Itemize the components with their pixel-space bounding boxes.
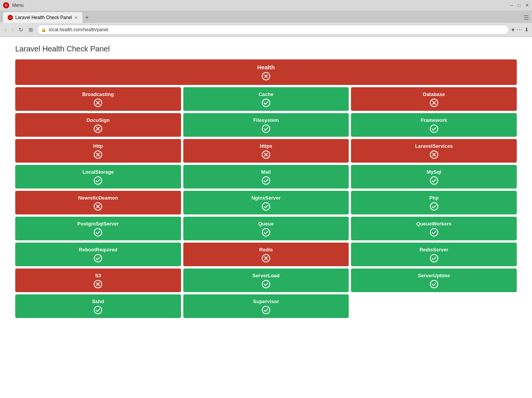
nav-bar: ‹ › ↻ ⊞ 🔒 local.health.com/health/panel … xyxy=(0,23,532,37)
svg-point-46 xyxy=(262,306,270,314)
service-status-icon-localstorage xyxy=(94,176,102,185)
svg-point-45 xyxy=(94,306,102,314)
service-card-serveruptime[interactable]: ServerUptime xyxy=(351,269,517,292)
service-card-queueworkers[interactable]: QueueWorkers xyxy=(351,217,517,240)
service-status-icon-filesystem xyxy=(262,125,270,133)
service-card-redis[interactable]: Redis xyxy=(183,243,349,266)
service-status-icon-sshd xyxy=(94,306,102,314)
service-name-nginxserver: NginxServer xyxy=(252,195,281,201)
services-grid: BroadcastingCacheDatabaseDocuSignFilesys… xyxy=(15,87,517,318)
service-name-queue: Queue xyxy=(258,221,274,227)
service-name-cache: Cache xyxy=(258,91,273,97)
svg-point-35 xyxy=(94,254,102,262)
service-status-icon-serveruptime xyxy=(430,280,438,288)
minimize-button[interactable]: ─ xyxy=(510,3,513,8)
service-card-http[interactable]: Http xyxy=(15,139,181,163)
maximize-button[interactable]: □ xyxy=(518,3,521,8)
service-card-mysql[interactable]: MySql xyxy=(351,165,517,189)
service-name-sshd: Sshd xyxy=(92,299,104,304)
health-header-label: Health xyxy=(257,64,275,70)
service-name-mail: Mail xyxy=(261,169,271,175)
download-icon[interactable]: ⬇ xyxy=(524,27,529,33)
service-card-broadcasting[interactable]: Broadcasting xyxy=(15,87,181,111)
service-card-redisserver[interactable]: RedisServer xyxy=(351,243,517,266)
service-name-s3: S3 xyxy=(95,273,101,278)
service-card-framework[interactable]: Framework xyxy=(351,113,517,137)
tab-options-icon[interactable]: ☰ xyxy=(524,14,529,21)
service-status-icon-https xyxy=(262,150,270,159)
service-status-icon-laravelservices xyxy=(430,150,438,159)
address-text: local.health.com/health/panel xyxy=(49,27,505,32)
back-button[interactable]: ‹ xyxy=(3,26,8,34)
service-card-s3[interactable]: S3 xyxy=(15,269,181,292)
service-name-serverload: ServerLoad xyxy=(252,273,280,278)
service-status-icon-php xyxy=(430,202,438,211)
service-name-postgresqlserver: PostgreSqlServer xyxy=(77,221,119,227)
service-card-database[interactable]: Database xyxy=(351,87,517,111)
service-card-laravelservices[interactable]: LaravelServices xyxy=(351,139,517,163)
service-card-cache[interactable]: Cache xyxy=(183,87,349,111)
service-status-icon-newrelicdeamon xyxy=(94,202,102,211)
service-name-localstorage: LocalStorage xyxy=(82,169,114,175)
service-status-icon-redisserver xyxy=(430,254,438,262)
service-card-docusign[interactable]: DocuSign xyxy=(15,113,181,137)
new-tab-button[interactable]: + xyxy=(84,14,90,21)
service-card-serverload[interactable]: ServerLoad xyxy=(183,269,349,292)
opera-logo: O xyxy=(3,2,9,8)
service-card-newrelicdeamon[interactable]: NewrelicDeamon xyxy=(15,191,181,214)
service-name-redis: Redis xyxy=(259,247,272,253)
service-status-icon-queueworkers xyxy=(430,228,438,237)
page-title: Laravel Health Check Panel xyxy=(15,45,517,53)
service-name-laravelservices: LaravelServices xyxy=(415,143,453,149)
svg-point-25 xyxy=(262,177,270,184)
close-button[interactable]: ✕ xyxy=(525,3,529,8)
service-name-https: Https xyxy=(260,143,272,149)
title-bar: O Menu ─ □ ✕ xyxy=(0,0,532,11)
service-name-php: Php xyxy=(429,195,439,201)
health-header-card[interactable]: Health xyxy=(15,59,517,85)
service-status-icon-mysql xyxy=(430,176,438,185)
health-grid: Health BroadcastingCacheDatabaseDocuSign… xyxy=(15,59,517,318)
tab-close-button[interactable]: ✕ xyxy=(74,15,78,20)
service-card-nginxserver[interactable]: NginxServer xyxy=(183,191,349,214)
forward-button[interactable]: › xyxy=(10,26,15,34)
service-card-filesystem[interactable]: Filesystem xyxy=(183,113,349,137)
service-card-php[interactable]: Php xyxy=(351,191,517,214)
service-card-mail[interactable]: Mail xyxy=(183,165,349,189)
service-name-framework: Framework xyxy=(421,117,447,123)
service-name-supervisor: Supervisor xyxy=(253,299,279,304)
svg-point-30 xyxy=(262,203,270,210)
service-card-https[interactable]: Https xyxy=(183,139,349,163)
svg-point-13 xyxy=(262,125,270,133)
service-status-icon-cache xyxy=(262,99,270,107)
service-status-icon-mail xyxy=(262,176,270,185)
grid-button[interactable]: ⊞ xyxy=(27,26,35,34)
service-name-database: Database xyxy=(423,91,445,97)
page-content: Laravel Health Check Panel Health Broadc… xyxy=(0,37,532,398)
service-name-redisserver: RedisServer xyxy=(420,247,449,253)
service-card-sshd[interactable]: Sshd xyxy=(15,294,181,318)
service-card-postgresqlserver[interactable]: PostgreSqlServer xyxy=(15,217,181,240)
service-card-rebootrequired[interactable]: RebootRequired xyxy=(15,243,181,266)
active-tab[interactable]: O Laravel Health Check Panel ✕ xyxy=(3,12,82,23)
svg-point-34 xyxy=(430,229,438,236)
health-status-icon xyxy=(262,72,270,80)
svg-point-26 xyxy=(430,177,438,184)
service-name-filesystem: Filesystem xyxy=(253,117,279,123)
service-status-icon-s3 xyxy=(94,280,102,288)
heart-icon[interactable]: ♥ xyxy=(511,27,514,33)
service-card-localstorage[interactable]: LocalStorage xyxy=(15,165,181,189)
tab-bar: O Laravel Health Check Panel ✕ + ☰ xyxy=(0,11,532,23)
tab-favicon: O xyxy=(8,15,13,20)
service-status-icon-broadcasting xyxy=(94,99,102,107)
svg-point-43 xyxy=(262,280,270,288)
more-options-icon[interactable]: ⋯ xyxy=(517,27,522,33)
service-name-docusign: DocuSign xyxy=(87,117,110,123)
refresh-button[interactable]: ↻ xyxy=(17,26,25,34)
service-card-supervisor[interactable]: Supervisor xyxy=(183,294,349,318)
service-card-queue[interactable]: Queue xyxy=(183,217,349,240)
address-bar[interactable]: 🔒 local.health.com/health/panel xyxy=(37,25,509,35)
svg-point-14 xyxy=(430,125,438,133)
svg-point-6 xyxy=(262,99,270,107)
svg-point-33 xyxy=(262,229,270,236)
